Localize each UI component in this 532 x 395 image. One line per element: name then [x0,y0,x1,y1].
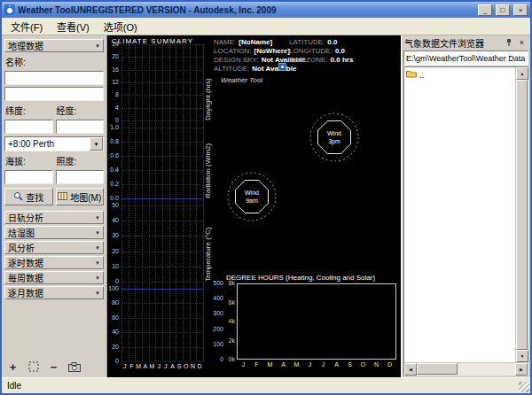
info-location: LOCATION:[NoWhere] [214,47,290,55]
scroll-thumb[interactable] [516,80,528,350]
snapshot-button[interactable] [66,360,82,374]
grid-line [121,57,203,58]
menu-options[interactable]: 选项(O) [97,18,145,35]
grid-line [142,44,143,361]
illuminance-input[interactable] [56,170,105,184]
tree-item-parent-dir[interactable]: .. [406,69,513,80]
map-button[interactable]: 地图(M) [56,188,105,205]
menu-view[interactable]: 查看(V) [50,18,97,35]
sidebar-section-psychrometric[interactable]: 焓湿图 ▼ [4,226,104,239]
chevron-down-icon: ▼ [95,215,100,221]
info-latitude: LATITUDE:0.0 [289,38,337,46]
axis-tick-label: 12 [107,79,119,85]
axis-tick-label: 300 [207,310,223,316]
info-name: NAME:[NoName] [214,38,272,46]
month-label: M [290,361,303,368]
wind-3pm-indicator[interactable]: Wind 3pm [308,111,361,164]
axis-tick-label: 40 [107,329,119,335]
panel-header: 气象数据文件浏览器 × [402,35,530,50]
axis-tick-label: 80 [107,299,119,306]
menu-file[interactable]: 文件(F) [4,18,50,35]
section-label: 逐月数据 [8,286,43,299]
month-label: A [169,363,176,369]
grid-line [169,44,170,361]
axis-tick-label: 500 [207,280,223,286]
month-label: J [317,361,330,368]
axis-tick-label: 8 [107,91,119,97]
month-label: A [277,361,290,368]
axis-tick-label: 0 [207,356,223,362]
grid-line [121,361,203,362]
wind-9am-indicator[interactable]: Wind 9am [225,170,278,223]
axis-tick-label: 0k [225,356,235,362]
month-label: M [135,363,142,369]
month-label: F [129,363,136,369]
resize-grip[interactable] [519,382,529,392]
grid-line [121,332,203,333]
wind-time: 3pm [328,137,340,145]
altitude-input[interactable] [4,170,53,184]
degree-hours-box [237,283,396,360]
pin-icon[interactable] [503,37,514,49]
map-icon [58,191,67,203]
axis-tick-label: 0.6 [107,152,119,159]
name-input[interactable] [4,71,104,85]
close-panel-button[interactable]: × [516,37,528,49]
section-label: 风分析 [8,241,35,254]
grid-line [162,44,163,361]
grid-line [121,267,203,267]
axis-tick-label: 0.2 [107,181,119,187]
axis-tick-label: 6k [225,299,235,306]
menubar: 文件(F) 查看(V) 选项(O) [2,18,530,35]
app-window: Weather ToolUNREGISTERED VERSION - Autod… [0,0,532,395]
maximize-button[interactable]: □ [496,4,510,16]
find-button[interactable]: 查找 [4,188,53,205]
grid-line [121,221,203,221]
sidebar-section-sunpath[interactable]: 日轨分析 ▼ [4,211,104,224]
sidebar-section-hourly[interactable]: 逐时数据 ▼ [4,256,104,269]
grid-line [149,44,150,361]
path-input[interactable] [403,50,528,66]
chevron-down-icon[interactable]: ▼ [90,137,103,151]
climate-summary-view: CLIMATE SUMMARY JFMAMJJASOND24201612840D… [107,35,401,377]
zoom-out-button[interactable]: − [46,360,61,374]
month-label: D [196,363,203,369]
axis-tick-label: 1.0 [107,124,119,130]
section-label: 焓湿图 [8,226,35,239]
zoom-in-button[interactable]: + [5,360,20,374]
minimize-button[interactable]: _ [478,4,492,16]
scroll-up-icon[interactable]: ▲ [516,67,528,80]
close-button[interactable]: × [513,4,528,16]
grid-line [196,44,197,361]
vertical-scrollbar[interactable]: ▲ ▼ [515,67,528,362]
geo-section-header[interactable]: 地理数据 ▼ [4,39,104,52]
horizontal-scrollbar[interactable]: ◀ ▶ [404,362,528,375]
timezone-select[interactable]: +8:00 Perth ▼ [4,136,104,151]
sidebar-section-monthly[interactable]: 逐月数据 ▼ [4,286,104,299]
grid-line [121,252,203,252]
sidebar-section-wind[interactable]: 风分析 ▼ [4,241,104,254]
fit-view-button[interactable] [26,360,41,374]
latitude-input[interactable] [4,120,53,134]
grid-line [121,236,203,236]
latitude-label: 纬度: [5,104,52,117]
scroll-thumb[interactable] [417,363,458,375]
longitude-input[interactable] [56,120,105,134]
grid-line [121,318,203,319]
grid-line [121,303,203,304]
scroll-left-icon[interactable]: ◀ [404,363,417,376]
longitude-label: 经度: [57,104,104,117]
grid-line [155,44,156,361]
chevron-down-icon: ▼ [95,245,100,251]
scroll-down-icon[interactable]: ▼ [516,350,528,362]
month-label: O [183,363,190,369]
month-label: A [330,361,343,368]
sidebar-section-weekly[interactable]: 每周数据 ▼ [4,271,104,284]
axis-tick-label: 0.8 [107,138,119,144]
scroll-right-icon[interactable]: ▶ [515,363,528,376]
month-label: J [155,363,162,369]
grid-line [121,70,203,71]
axis-tick-label: 20 [107,53,119,59]
region-input[interactable] [4,87,104,101]
file-tree: .. ▲ ▼ ◀ ▶ [403,66,528,376]
